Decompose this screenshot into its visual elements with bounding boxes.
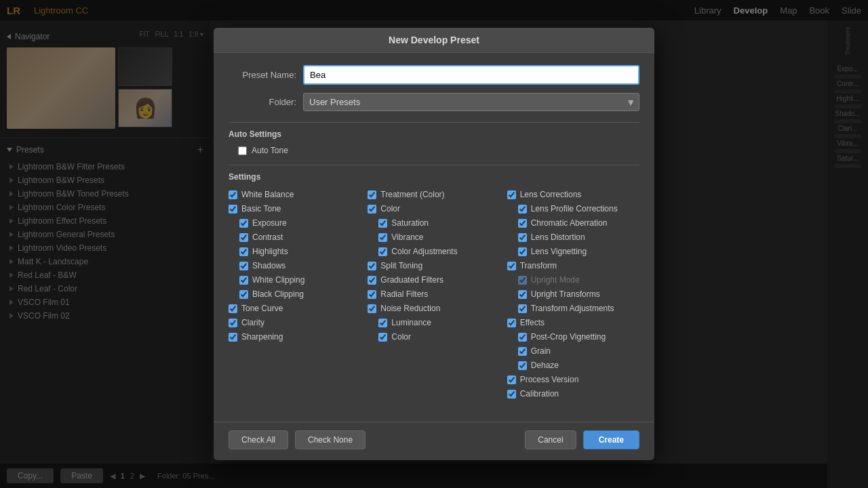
checkbox-tone_curve[interactable] — [229, 304, 237, 313]
checkbox-upright_transforms[interactable] — [518, 290, 527, 299]
auto-tone-label: Auto Tone — [252, 146, 288, 155]
setting-item-basic_tone: Basic Tone — [229, 203, 361, 215]
checkbox-radial_filters[interactable] — [368, 290, 376, 299]
setting-item-treatment_color: Treatment (Color) — [368, 188, 500, 201]
checkbox-transform[interactable] — [507, 262, 516, 270]
settings-col-3: Lens CorrectionsLens Profile Corrections… — [507, 188, 639, 400]
checkbox-treatment_color[interactable] — [368, 190, 376, 199]
checkbox-lens_corrections[interactable] — [507, 190, 516, 199]
checkbox-sharpening[interactable] — [229, 333, 237, 342]
preset-name-input[interactable] — [303, 65, 639, 85]
label-chromatic_aberration: Chromatic Aberration — [531, 218, 608, 228]
settings-col-2: Treatment (Color)ColorSaturationVibrance… — [368, 188, 500, 400]
auto-tone-row: Auto Tone — [229, 146, 639, 155]
cancel-button[interactable]: Cancel — [525, 430, 576, 449]
checkbox-shadows[interactable] — [239, 262, 248, 270]
checkbox-basic_tone[interactable] — [229, 205, 237, 214]
label-highlights: Highlights — [252, 247, 288, 256]
label-sharpening: Sharpening — [241, 332, 283, 342]
checkbox-chromatic_aberration[interactable] — [518, 219, 527, 228]
checkbox-lens_distortion[interactable] — [518, 233, 527, 242]
label-post_crop_vignetting: Post-Crop Vignetting — [531, 332, 606, 342]
setting-item-white_balance: White Balance — [229, 188, 361, 201]
setting-item-contrast: Contrast — [229, 231, 361, 243]
create-button[interactable]: Create — [583, 430, 639, 449]
folder-wrapper: User Presets Lightroom Presets ▼ — [303, 93, 639, 111]
label-calibration: Calibration — [520, 389, 559, 399]
modal-title-bar: New Develop Preset — [214, 28, 654, 53]
checkbox-upright_mode[interactable] — [518, 276, 527, 285]
label-contrast: Contrast — [252, 232, 283, 242]
setting-item-exposure: Exposure — [229, 217, 361, 229]
modal-title: New Develop Preset — [389, 35, 479, 45]
settings-label: Settings — [229, 172, 639, 182]
checkbox-contrast[interactable] — [239, 233, 248, 242]
setting-item-radial_filters: Radial Filters — [368, 288, 500, 300]
divider-1 — [229, 122, 639, 123]
label-clarity: Clarity — [241, 318, 264, 327]
checkbox-transform_adjustments[interactable] — [518, 304, 527, 313]
label-color_nr: Color — [391, 332, 411, 342]
checkbox-vibrance[interactable] — [378, 233, 387, 242]
footer-left: Check All Check None — [229, 430, 366, 449]
label-color_adjustments: Color Adjustments — [391, 247, 457, 256]
checkbox-dehaze[interactable] — [518, 361, 527, 370]
checkbox-effects[interactable] — [507, 319, 516, 327]
label-tone_curve: Tone Curve — [241, 304, 283, 313]
label-white_balance: White Balance — [241, 190, 294, 199]
checkbox-saturation[interactable] — [378, 219, 387, 228]
setting-item-chromatic_aberration: Chromatic Aberration — [507, 217, 639, 229]
setting-item-white_clipping: White Clipping — [229, 274, 361, 286]
setting-item-split_toning: Split Toning — [368, 260, 500, 272]
checkbox-color_nr[interactable] — [378, 333, 387, 342]
checkbox-graduated_filters[interactable] — [368, 276, 376, 285]
auto-tone-checkbox[interactable] — [238, 146, 247, 155]
checkbox-black_clipping[interactable] — [239, 290, 248, 299]
checkbox-luminance[interactable] — [378, 319, 387, 327]
setting-item-saturation: Saturation — [368, 217, 500, 229]
label-lens_distortion: Lens Distortion — [531, 232, 585, 242]
label-black_clipping: Black Clipping — [252, 289, 304, 299]
folder-label: Folder: — [229, 97, 303, 107]
label-upright_mode: Upright Mode — [531, 275, 580, 285]
check-all-button[interactable]: Check All — [229, 430, 288, 449]
checkbox-white_balance[interactable] — [229, 190, 237, 199]
label-saturation: Saturation — [391, 218, 429, 228]
setting-item-lens_corrections: Lens Corrections — [507, 188, 639, 201]
checkbox-clarity[interactable] — [229, 319, 237, 327]
label-color: Color — [380, 204, 400, 214]
auto-settings-label: Auto Settings — [229, 129, 639, 139]
label-grain: Grain — [531, 346, 551, 356]
settings-grid: White BalanceBasic ToneExposureContrastH… — [229, 188, 639, 400]
checkbox-color[interactable] — [368, 205, 376, 214]
checkbox-split_toning[interactable] — [368, 262, 376, 270]
checkbox-exposure[interactable] — [239, 219, 248, 228]
label-upright_transforms: Upright Transforms — [531, 289, 600, 299]
setting-item-color_adjustments: Color Adjustments — [368, 245, 500, 258]
setting-item-post_crop_vignetting: Post-Crop Vignetting — [507, 331, 639, 343]
modal-footer: Check All Check None Cancel Create — [214, 422, 654, 460]
preset-name-label: Preset Name: — [229, 70, 303, 80]
checkbox-calibration[interactable] — [507, 390, 516, 399]
auto-settings-section: Auto Settings Auto Tone — [229, 129, 639, 155]
checkbox-highlights[interactable] — [239, 247, 248, 256]
label-process_version: Process Version — [520, 375, 579, 384]
checkbox-post_crop_vignetting[interactable] — [518, 333, 527, 342]
setting-item-color_nr: Color — [368, 331, 500, 343]
check-none-button[interactable]: Check None — [295, 430, 366, 449]
setting-item-lens_distortion: Lens Distortion — [507, 231, 639, 243]
checkbox-process_version[interactable] — [507, 375, 516, 384]
checkbox-white_clipping[interactable] — [239, 276, 248, 285]
setting-item-upright_transforms: Upright Transforms — [507, 288, 639, 300]
setting-item-shadows: Shadows — [229, 260, 361, 272]
checkbox-noise_reduction[interactable] — [368, 304, 376, 313]
label-treatment_color: Treatment (Color) — [380, 190, 444, 199]
folder-row: Folder: User Presets Lightroom Presets ▼ — [229, 93, 639, 111]
label-radial_filters: Radial Filters — [380, 289, 428, 299]
checkbox-lens_vignetting[interactable] — [518, 247, 527, 256]
label-exposure: Exposure — [252, 218, 287, 228]
checkbox-lens_profile[interactable] — [518, 205, 527, 214]
checkbox-color_adjustments[interactable] — [378, 247, 387, 256]
folder-select[interactable]: User Presets Lightroom Presets — [303, 93, 639, 111]
checkbox-grain[interactable] — [518, 347, 527, 356]
